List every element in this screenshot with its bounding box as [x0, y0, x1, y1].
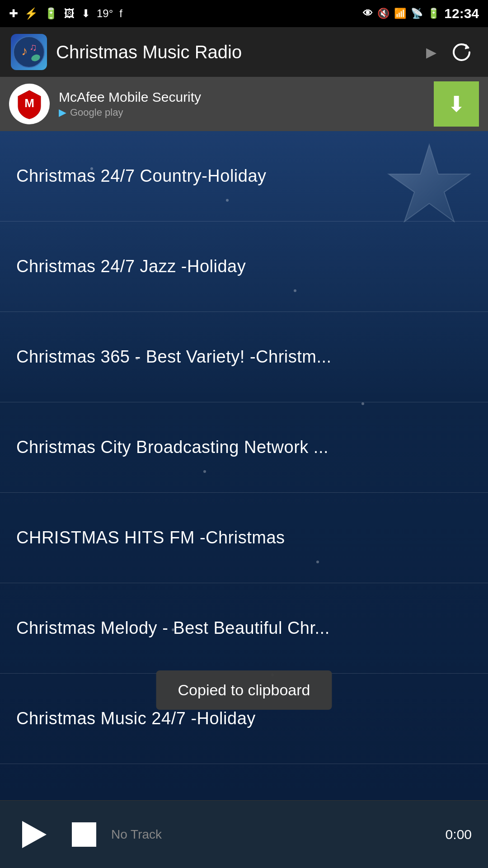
player-controls: [16, 816, 102, 853]
wifi-icon: 📶: [394, 8, 406, 19]
stop-button[interactable]: [66, 816, 102, 853]
status-bar-left: ✚ ⚡ 🔋 🖼 ⬇ 19° f: [9, 7, 122, 20]
bottom-player: No Track 0:00: [0, 800, 488, 868]
google-play-icon: ▶: [59, 107, 66, 118]
download-icon: ⬇: [81, 7, 90, 20]
temperature-icon: 19°: [97, 7, 113, 20]
google-play-text: Google play: [70, 107, 123, 118]
status-bar-right: 👁 🔇 📶 📡 🔋 12:34: [363, 6, 479, 21]
station-name-4: Christmas City Broadcasting Network ...: [16, 438, 328, 457]
station-name-3: Christmas 365 - Best Variety! -Christm..…: [16, 347, 332, 367]
station-name-7: Christmas Music 24/7 -Holiday: [16, 709, 256, 728]
toast-notification: Copied to clipboard: [156, 670, 332, 710]
svg-point-0: [14, 37, 44, 67]
list-item[interactable]: Christmas City Broadcasting Network ...: [0, 402, 488, 493]
toast-message: Copied to clipboard: [178, 681, 310, 698]
svg-text:M: M: [24, 96, 34, 110]
list-item[interactable]: Christmas 24/7 Country-Holiday: [0, 131, 488, 222]
battery-full-icon: 🔋: [427, 8, 440, 19]
radio-list: Christmas 24/7 Country-Holiday Christmas…: [0, 131, 488, 764]
play-button[interactable]: [16, 816, 52, 853]
station-name-1: Christmas 24/7 Country-Holiday: [16, 166, 267, 186]
ad-text: McAfee Mobile Security ▶ Google play: [59, 90, 425, 118]
status-time: 12:34: [444, 6, 479, 21]
refresh-button[interactable]: [446, 36, 477, 68]
ad-banner: M McAfee Mobile Security ▶ Google play ⬇: [0, 77, 488, 131]
app-bar: ♪ ♫ Christmas Music Radio ▶: [0, 27, 488, 77]
station-name-5: CHRISTMAS HITS FM -Christmas: [16, 528, 285, 547]
ad-subtitle: ▶ Google play: [59, 107, 425, 118]
track-info: No Track: [102, 827, 446, 842]
station-name-2: Christmas 24/7 Jazz -Holiday: [16, 257, 246, 276]
svg-text:♪: ♪: [21, 44, 28, 58]
ad-logo: M: [9, 84, 50, 124]
play-icon: [22, 821, 47, 848]
battery-icon: 🔋: [44, 7, 58, 20]
main-content: Christmas 24/7 Country-Holiday Christmas…: [0, 131, 488, 800]
add-icon: ✚: [9, 7, 18, 20]
app-title: Christmas Music Radio: [56, 42, 422, 62]
download-icon: ⬇: [447, 91, 465, 117]
usb-icon: ⚡: [24, 7, 38, 20]
signal-icon: 📡: [411, 8, 423, 19]
player-time: 0:00: [446, 827, 472, 842]
app-logo: ♪ ♫: [11, 34, 47, 70]
svg-text:♫: ♫: [29, 42, 37, 53]
ad-title: McAfee Mobile Security: [59, 90, 425, 105]
list-item[interactable]: Christmas 365 - Best Variety! -Christm..…: [0, 312, 488, 402]
status-bar: ✚ ⚡ 🔋 🖼 ⬇ 19° f 👁 🔇 📶 📡 🔋 12:34: [0, 0, 488, 27]
ad-download-button[interactable]: ⬇: [434, 81, 479, 127]
list-item[interactable]: Christmas Melody - Best Beautiful Chr...: [0, 583, 488, 674]
image-icon: 🖼: [64, 7, 75, 20]
signal-triangle-icon: ▶: [426, 44, 436, 60]
station-name-6: Christmas Melody - Best Beautiful Chr...: [16, 618, 330, 638]
stop-icon: [72, 822, 96, 847]
list-item[interactable]: Christmas 24/7 Jazz -Holiday: [0, 222, 488, 312]
mute-icon: 🔇: [377, 8, 389, 19]
list-item[interactable]: CHRISTMAS HITS FM -Christmas: [0, 493, 488, 583]
facebook-icon: f: [119, 7, 122, 20]
track-name: No Track: [111, 827, 162, 841]
accessibility-icon: 👁: [363, 8, 373, 19]
